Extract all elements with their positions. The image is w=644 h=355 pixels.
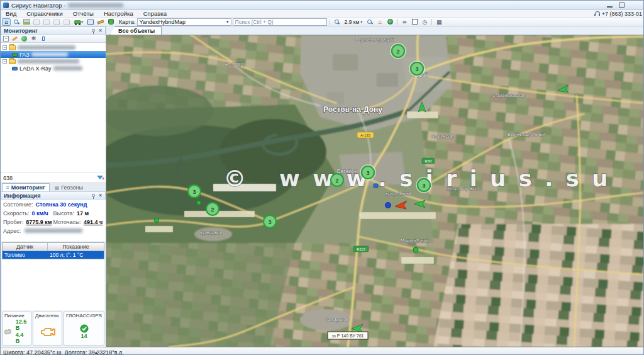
monitoring-toolbar: − ✱ (1, 35, 106, 43)
road-badge: E50 (422, 158, 435, 164)
tab-all-objects[interactable]: Все объекты (110, 26, 162, 35)
svg-text:3: 3 (415, 66, 418, 72)
menu-reports[interactable]: Отчёты (68, 10, 99, 17)
mileage-value[interactable]: 8775.9 км (26, 219, 52, 225)
tree-item-lada[interactable]: LADA X-Ray (1, 65, 106, 72)
splitter-arrow-icon[interactable]: ▴ (95, 350, 97, 355)
search-input[interactable] (233, 18, 327, 26)
ruler-button[interactable] (96, 18, 105, 26)
vehicle-icon (12, 67, 18, 70)
cluster-marker[interactable]: 2 (206, 203, 219, 215)
expand-icon[interactable]: − (3, 45, 7, 50)
sensor-col-name: Датчик (3, 243, 48, 251)
pin-icon[interactable] (92, 29, 95, 32)
sensor-table-header: Датчик Показание (3, 243, 104, 251)
hours-value[interactable]: 491.4 ч (84, 219, 103, 225)
speed-label: Скорость: (3, 210, 29, 217)
vehicle-menu-button[interactable]: ▾ (72, 18, 85, 26)
tree-group-1[interactable]: − (1, 44, 106, 51)
redacted-group-name (18, 59, 79, 64)
cluster-marker[interactable]: 3 (360, 165, 375, 180)
history-button[interactable]: ◷ (420, 18, 429, 26)
cluster-marker[interactable]: 3 (416, 178, 431, 193)
redacted-title-text (68, 3, 123, 8)
globe-button[interactable] (386, 18, 394, 26)
battery-icon (4, 327, 13, 335)
image-button[interactable] (22, 18, 31, 26)
vehicle-dot-marker[interactable] (413, 247, 418, 252)
sidebar-spacer (2, 259, 104, 310)
close-icon[interactable]: ✕ (98, 193, 103, 198)
monitor-button[interactable] (86, 18, 95, 26)
tree-group-2[interactable]: − (1, 58, 106, 65)
sensor-table: Датчик Показание Топливо 100 л; t°: 1 °C (2, 242, 104, 259)
svg-text:3: 3 (422, 183, 425, 189)
list-view-button[interactable]: ≡ (400, 18, 409, 26)
map-type-combobox[interactable]: YandexHybridMap ▾ (137, 18, 231, 26)
place-label: Старочеркасская (492, 93, 526, 98)
pin-icon[interactable] (92, 194, 95, 197)
cluster-marker[interactable]: 3 (409, 61, 425, 76)
zoom-tool-button[interactable] (12, 18, 21, 26)
vehicle-dot-marker[interactable] (197, 201, 201, 205)
svg-text:3: 3 (366, 170, 369, 176)
filter-icon[interactable] (97, 175, 103, 181)
info-panel-body: Состояние: Стоянка 30 секунд Скорость: 0… (1, 200, 106, 241)
place-label: Чалтырь (225, 61, 245, 67)
hours-label: Моточасы: (53, 219, 81, 225)
menu-directories[interactable]: Справочники (21, 10, 68, 17)
cargo-button[interactable] (106, 18, 115, 26)
close-icon[interactable]: ✕ (98, 28, 103, 33)
cluster-marker[interactable]: 3 (264, 215, 276, 228)
show-on-map-button[interactable] (21, 35, 28, 42)
key-button[interactable] (40, 35, 47, 42)
list-icon: ≡ (6, 185, 9, 191)
redacted-address (25, 228, 82, 233)
map-canvas[interactable]: Верхнетемерницкий Чалтырь Аксай Ростов-н… (106, 35, 644, 347)
menu-help[interactable]: Справка (138, 10, 172, 17)
edit-button[interactable] (11, 35, 18, 42)
cluster-marker[interactable]: 2 (331, 174, 343, 186)
place-label: хутор Ленина (386, 191, 411, 196)
vehicle-dot-marker[interactable] (155, 218, 159, 223)
zoom-in-button[interactable] (365, 18, 374, 26)
speed-value: 0 км/ч (31, 210, 48, 217)
monitoring-panel-title: Мониторинг (4, 28, 38, 34)
state-value: Стоянка 30 секунд (35, 201, 87, 208)
vehicle-square-marker[interactable] (374, 184, 378, 188)
main-toolbar: ⌂ ▾ Карта: YandexHybridMap ▾ 2.9 км ▾ ⌂ … (1, 18, 643, 26)
restore-button[interactable] (619, 3, 625, 8)
map-area: Все объекты (106, 26, 644, 347)
map-icon: ▦ (55, 185, 60, 191)
fullscreen-button[interactable] (410, 18, 419, 26)
place-label: Мокрый Батай (401, 239, 428, 244)
satellite-map[interactable]: Верхнетемерницкий Чалтырь Аксай Ростов-н… (106, 35, 644, 347)
scale-selector[interactable]: 2.9 км ▾ (343, 18, 365, 26)
menu-settings[interactable]: Настройка (99, 10, 138, 17)
folder-icon (9, 59, 16, 64)
sensor-name: Топливо (3, 252, 48, 258)
ungroup-button-disabled (62, 18, 71, 26)
redacted-vehicle-info (31, 52, 68, 57)
ruler-icon (97, 20, 104, 24)
tab-monitoring[interactable]: ≡ Мониторинг (2, 183, 50, 191)
vehicle-tree: − ГАЗ − LADA X-Ray (1, 43, 106, 172)
minimize-button[interactable] (607, 3, 613, 8)
home-button[interactable]: ⌂ (2, 18, 11, 26)
cluster-marker[interactable]: 2 (391, 43, 406, 59)
sensor-row-fuel[interactable]: Топливо 100 л; t°: 1 °C (3, 251, 104, 259)
group-button-disabled (52, 18, 61, 26)
menu-view[interactable]: Вид (1, 10, 21, 17)
grid-button[interactable]: ▦ (435, 18, 443, 26)
cluster-marker[interactable]: 3 (188, 185, 201, 198)
tab-geozones[interactable]: ▦ Геозоны (51, 184, 87, 191)
mileage-label: Пробег: (3, 219, 23, 225)
tree-item-gaz-selected[interactable]: ГАЗ (1, 51, 106, 58)
settings-button[interactable]: ✱ (30, 35, 37, 42)
vehicle-dot-marker-blue[interactable] (386, 203, 391, 208)
collapse-all-button[interactable]: − (3, 36, 9, 42)
zoom-out-button[interactable] (333, 18, 341, 26)
left-sidebar: Мониторинг ✕ − ✱ − ГАЗ (1, 26, 106, 347)
expand-icon[interactable]: − (3, 59, 7, 64)
go-home-button[interactable]: ⌂ (375, 18, 384, 26)
